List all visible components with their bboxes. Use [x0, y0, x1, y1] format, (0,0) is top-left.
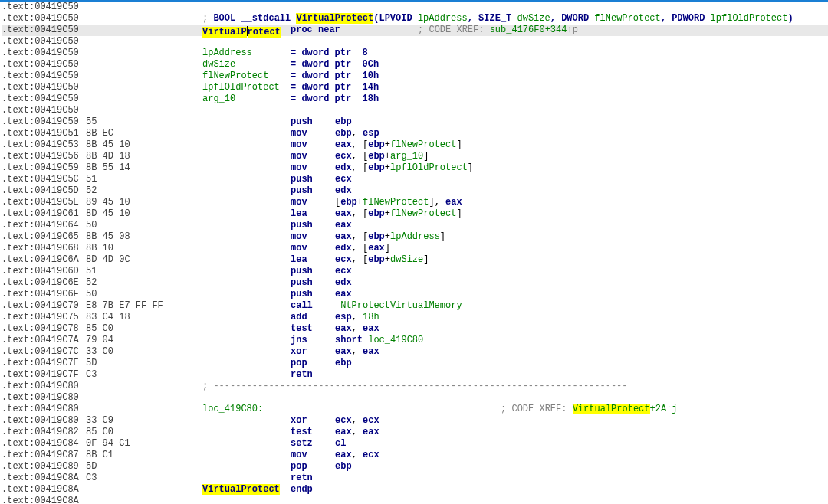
asm-line[interactable]: .text:00419C7FC3retn [2, 369, 828, 381]
operand-column: eax, [ebp+flNewProtect] [335, 139, 828, 151]
asm-line[interactable]: .text:00419C6E52pushedx [2, 277, 828, 289]
asm-line[interactable]: .text:00419C6F50pusheax [2, 289, 828, 300]
operand-register: ecx [335, 415, 352, 426]
asm-line[interactable]: .text:00419C518B ECmovebp, esp [2, 128, 828, 139]
mnemonic: mov [291, 151, 307, 162]
hex-bytes: 8D 4D 0C [86, 254, 202, 266]
operand-ident[interactable]: dwSize [390, 254, 423, 265]
arg-name: lpflOldProtect [202, 82, 285, 93]
label-column [202, 415, 291, 427]
address: .text:00419C7E [2, 358, 86, 369]
label-column [202, 128, 291, 139]
asm-line[interactable]: .text:00419C50VirtualProtectproc near ; … [2, 25, 828, 36]
asm-line[interactable]: .text:00419C6D51pushecx [2, 266, 828, 277]
mnemonic: push [291, 185, 313, 196]
asm-line[interactable]: .text:00419C6450pusheax [2, 220, 828, 231]
asm-line[interactable]: .text:00419C618D 45 10leaeax, [ebp+flNew… [2, 208, 828, 220]
address: .text:00419C68 [2, 243, 86, 254]
mnemonic-column: push [291, 185, 335, 197]
asm-line[interactable]: .text:00419C538B 45 10moveax, [ebp+flNew… [2, 139, 828, 151]
label-column: ; BOOL __stdcall VirtualProtect(LPVOID l… [202, 13, 810, 25]
hex-bytes: 52 [86, 277, 202, 289]
xref-link[interactable]: VirtualProtect [573, 404, 650, 414]
operand-register: ebp [368, 231, 385, 242]
asm-line[interactable]: .text:00419C658B 45 08moveax, [ebp+lpAdd… [2, 231, 828, 243]
operand-ident[interactable]: lpAddress [390, 231, 440, 242]
address: .text:00419C7A [2, 335, 86, 346]
operand-register: eax [335, 289, 352, 299]
asm-line[interactable]: .text:00419C7885 C0testeax, eax [2, 323, 828, 335]
operand-ident[interactable]: loc_419C80 [368, 335, 423, 345]
operand-ident[interactable]: _NtProtectVirtualMemory [335, 300, 462, 311]
mnemonic-column: push [291, 220, 335, 231]
operand-column: ; CODE XREF: VirtualProtect+2A↑j [335, 404, 828, 415]
asm-line[interactable]: .text:00419C80loc_419C80: ; CODE XREF: V… [2, 404, 828, 415]
operand-ident[interactable]: flNewProtect [390, 139, 456, 150]
mnemonic-column: mov [291, 162, 335, 174]
asm-line[interactable]: .text:00419C8AC3retn [2, 473, 828, 484]
address: .text:00419C61 [2, 208, 86, 220]
address: .text:00419C84 [2, 438, 86, 450]
hex-bytes: 89 45 10 [86, 197, 202, 208]
operand-ident[interactable]: arg_10 [390, 151, 423, 162]
disassembly-view[interactable]: .text:00419C50.text:00419C50; BOOL __std… [0, 2, 828, 504]
asm-line[interactable]: .text:00419C688B 10movedx, [eax] [2, 243, 828, 254]
operand-register: edx [335, 162, 352, 173]
label-column [202, 174, 291, 185]
asm-line[interactable]: .text:00419C5D52pushedx [2, 185, 828, 197]
operand-ident[interactable]: flNewProtect [390, 208, 456, 219]
function-name: VirtualProtect [296, 13, 373, 24]
asm-line[interactable]: .text:00419C50 [2, 36, 828, 47]
xref-link[interactable]: sub_4176F0+344 [490, 25, 567, 35]
asm-line[interactable]: .text:00419C5C51pushecx [2, 174, 828, 185]
hex-bytes: 8B 45 08 [86, 231, 202, 243]
asm-line[interactable]: .text:00419C5055pushebp [2, 116, 828, 128]
asm-line[interactable]: .text:00419C7583 C4 18addesp, 18h [2, 312, 828, 323]
asm-line[interactable]: .text:00419C50 [2, 105, 828, 116]
mnemonic: mov [291, 231, 307, 242]
asm-line[interactable]: .text:00419C8A [2, 496, 828, 504]
asm-line[interactable]: .text:00419C895Dpopebp [2, 461, 828, 473]
asm-line[interactable]: .text:00419C7E5Dpopebp [2, 358, 828, 369]
asm-line[interactable]: .text:00419C5E89 45 10mov[ebp+flNewProte… [2, 197, 828, 208]
mnemonic-column [291, 36, 335, 47]
asm-line[interactable]: .text:00419C50lpAddress = dword ptr 8 [2, 47, 828, 59]
asm-line[interactable]: .text:00419C7A79 04jnsshort loc_419C80 [2, 335, 828, 346]
operand-column [335, 484, 828, 496]
asm-line[interactable]: .text:00419C80; ------------------------… [2, 381, 828, 392]
operand-column [750, 381, 828, 392]
hex-bytes [86, 381, 202, 392]
arg-def: = dword ptr 0Ch [291, 59, 379, 70]
asm-line[interactable]: .text:00419C6A8D 4D 0Cleaecx, [ebp+dwSiz… [2, 254, 828, 266]
label-column [202, 358, 291, 369]
label-column: lpflOldProtect [202, 82, 291, 93]
asm-line[interactable]: .text:00419C8AVirtualProtectendp [2, 484, 828, 496]
asm-line[interactable]: .text:00419C80 [2, 392, 828, 404]
label-column [202, 427, 291, 438]
asm-line[interactable]: .text:00419C878B C1moveax, ecx [2, 450, 828, 461]
asm-line[interactable]: .text:00419C50lpflOldProtect = dword ptr… [2, 82, 828, 93]
asm-line[interactable]: .text:00419C598B 55 14movedx, [ebp+lpflO… [2, 162, 828, 174]
asm-line[interactable]: .text:00419C8033 C9xorecx, ecx [2, 415, 828, 427]
asm-line[interactable]: .text:00419C8285 C0testeax, eax [2, 427, 828, 438]
mnemonic-column: retn [291, 473, 335, 484]
asm-line[interactable]: .text:00419C840F 94 C1setzcl [2, 438, 828, 450]
asm-line[interactable]: .text:00419C568B 4D 18movecx, [ebp+arg_1… [2, 151, 828, 162]
operand-column: edx [335, 185, 828, 197]
operand-column [598, 47, 828, 59]
operand-ident[interactable]: flNewProtect [363, 197, 429, 208]
operand-column: eax, [ebp+lpAddress] [335, 231, 828, 243]
asm-line[interactable]: .text:00419C70E8 7B E7 FF FFcall_NtProte… [2, 300, 828, 312]
asm-line[interactable]: .text:00419C50flNewProtect = dword ptr 1… [2, 70, 828, 82]
asm-line[interactable]: .text:00419C50arg_10 = dword ptr 18h [2, 93, 828, 105]
operand-register: eax [445, 197, 462, 208]
operand-column [603, 93, 828, 105]
mnemonic-column: mov [291, 139, 335, 151]
operand-ident[interactable]: lpflOldProtect [390, 162, 468, 173]
operand-column: edx, [ebp+lpflOldProtect] [335, 162, 828, 174]
asm-line[interactable]: .text:00419C50; BOOL __stdcall VirtualPr… [2, 13, 828, 25]
text-cursor [247, 26, 248, 36]
asm-line[interactable]: .text:00419C50 [2, 2, 828, 13]
asm-line[interactable]: .text:00419C50dwSize = dword ptr 0Ch [2, 59, 828, 70]
asm-line[interactable]: .text:00419C7C33 C0xoreax, eax [2, 346, 828, 358]
